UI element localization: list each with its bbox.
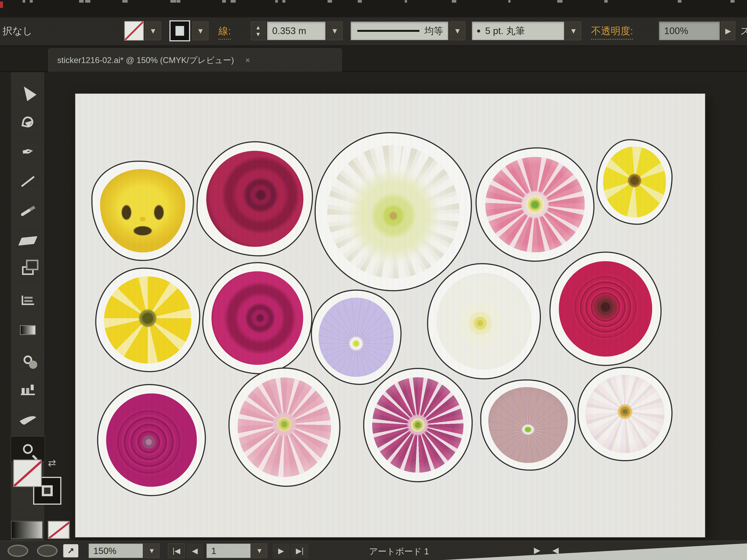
stroke-dropdown-button[interactable]: ▼ — [192, 22, 209, 40]
scroll-left-icon[interactable]: ◀ — [552, 545, 559, 555]
mesh-tool[interactable] — [11, 288, 45, 313]
stepper-down-icon[interactable]: ▼ — [255, 31, 261, 37]
stroke-width-stepper[interactable]: ▲ ▼ — [251, 22, 265, 40]
brush-tool[interactable] — [11, 199, 45, 223]
next-artboard-button[interactable]: ▶ — [273, 543, 289, 558]
clipped-menu-glyph — [328, 0, 332, 3]
pink-gerbera-2-flower — [238, 377, 331, 477]
document-tab[interactable]: sticker1216-02.ai* @ 150% (CMYK/プレビュー) × — [48, 48, 342, 72]
sticker-purple-viola[interactable] — [311, 290, 402, 385]
previous-artboard-button[interactable]: ◀ — [186, 543, 203, 558]
gradient-icon — [20, 322, 36, 338]
clipped-menu-glyph — [231, 0, 236, 3]
brush-dropdown[interactable]: • 5 pt. 丸筆 — [472, 22, 564, 40]
stepper-up-icon[interactable]: ▲ — [255, 25, 261, 30]
export-page-icon[interactable]: ↗ — [63, 544, 78, 557]
fill-dropdown-button[interactable]: ▼ — [145, 22, 161, 40]
blend-tool[interactable] — [11, 347, 45, 372]
sticker-white-daisy[interactable] — [577, 367, 673, 461]
clipped-menu-glyph — [177, 0, 180, 3]
first-artboard-button[interactable]: |◀ — [168, 543, 185, 558]
sticker-pink-gerbera-2[interactable] — [228, 368, 340, 487]
last-artboard-button[interactable]: ▶| — [291, 543, 309, 558]
knife-tool[interactable] — [11, 407, 45, 432]
sticker-white-dahlia[interactable] — [315, 132, 472, 291]
clipped-menu-glyph — [85, 0, 91, 3]
opacity-label[interactable]: 不透明度: — [591, 24, 633, 40]
clipped-menu-glyph — [730, 0, 735, 3]
gradient-button[interactable] — [11, 521, 43, 539]
opacity-expand-button[interactable]: ▶ — [721, 22, 735, 40]
yellow-flower-flower — [603, 146, 666, 217]
stroke-width-field[interactable]: 0.353 m — [267, 22, 326, 40]
clipped-menu-glyph — [557, 0, 563, 3]
artboard-name-label: アートボード 1 — [369, 546, 429, 557]
clipped-red-element — [0, 1, 3, 8]
artboard[interactable] — [75, 94, 705, 537]
sticker-yellow-cosmos[interactable] — [95, 268, 200, 372]
selection-tool[interactable] — [11, 80, 45, 105]
fill-swatch-none[interactable] — [124, 21, 144, 41]
sticker-magenta-gerbera[interactable] — [363, 368, 473, 482]
fill-color-swatch[interactable] — [13, 459, 42, 487]
freet-tool[interactable] — [11, 258, 45, 283]
stroke-style-dropdown-button[interactable]: ▼ — [449, 22, 465, 40]
red-rose-flower — [206, 151, 303, 247]
screen-mode-icon[interactable] — [7, 544, 28, 557]
scroll-right-icon[interactable]: ▶ — [534, 545, 540, 555]
graph-icon — [20, 382, 36, 397]
document-title: sticker1216-02.ai* @ 150% (CMYK/プレビュー) — [57, 55, 234, 66]
sticker-red-rose[interactable] — [197, 141, 313, 257]
zoom-level-field[interactable]: 150% — [88, 543, 143, 558]
document-tab-bar: sticker1216-02.ai* @ 150% (CMYK/プレビュー) × — [0, 47, 747, 72]
clipped-menu-glyph — [452, 0, 456, 3]
sticker-mauve-pansy[interactable] — [480, 379, 576, 471]
clipped-menu-glyph — [358, 0, 362, 3]
clipped-menu-glyph — [678, 0, 681, 3]
brush-icon — [20, 203, 36, 219]
clipped-menu-glyph — [282, 0, 285, 3]
magenta-rose-flower — [211, 271, 303, 365]
artboard-number-field[interactable]: 1 — [206, 543, 251, 558]
sticker-magenta-ranunculus[interactable] — [97, 384, 206, 496]
brush-dropdown-button[interactable]: ▼ — [566, 22, 581, 40]
freet-icon — [20, 263, 36, 278]
graph-tool[interactable] — [11, 377, 45, 402]
zoom-dropdown-button[interactable]: ▼ — [144, 543, 160, 558]
yellow-cosmos-flower — [104, 276, 191, 364]
artboard-number-dropdown[interactable]: ▼ — [252, 543, 267, 558]
stroke-style-dropdown[interactable]: 均等 — [351, 22, 448, 40]
stroke-label[interactable]: 線: — [218, 24, 231, 40]
gradient-tool[interactable] — [11, 318, 45, 343]
clipped-menu-glyph — [171, 0, 176, 3]
sticker-crimson-ranunculus[interactable] — [549, 251, 662, 366]
knife-icon — [20, 411, 36, 427]
yellow-pansy-flower — [100, 169, 185, 252]
white-dahlia-flower — [327, 145, 459, 278]
pen-icon: ✒ — [20, 144, 36, 160]
sticker-layout — [75, 94, 705, 537]
lasso-tool[interactable] — [11, 109, 45, 134]
eraser-tool[interactable] — [11, 229, 45, 253]
brush-value: 5 pt. 丸筆 — [485, 25, 525, 37]
sticker-magenta-rose[interactable] — [202, 262, 312, 374]
sticker-yellow-flower[interactable] — [596, 139, 673, 225]
white-daisy-flower — [586, 375, 665, 453]
swap-fill-stroke-icon[interactable]: ⇄ — [48, 457, 56, 469]
sticker-yellow-pansy[interactable] — [91, 161, 194, 261]
previous-icon: ◀ — [192, 546, 198, 555]
screen-mode-icon[interactable] — [37, 544, 58, 557]
pen-tool[interactable]: ✒ — [11, 139, 45, 164]
sticker-white-rose[interactable] — [427, 263, 541, 379]
none-button[interactable] — [48, 521, 70, 539]
stroke-width-dropdown[interactable]: ▼ — [327, 22, 343, 40]
line-tool[interactable] — [11, 169, 45, 194]
close-tab-icon[interactable]: × — [245, 55, 250, 65]
white-rose-flower — [437, 273, 532, 370]
stroke-swatch[interactable] — [170, 20, 190, 42]
opacity-field[interactable]: 100% — [659, 22, 720, 40]
chevron-down-icon: ▼ — [256, 547, 263, 555]
fill-stroke-cluster: ⇄ — [11, 456, 60, 513]
chevron-down-icon: ▼ — [331, 27, 338, 35]
sticker-pink-gerbera[interactable] — [475, 147, 594, 262]
